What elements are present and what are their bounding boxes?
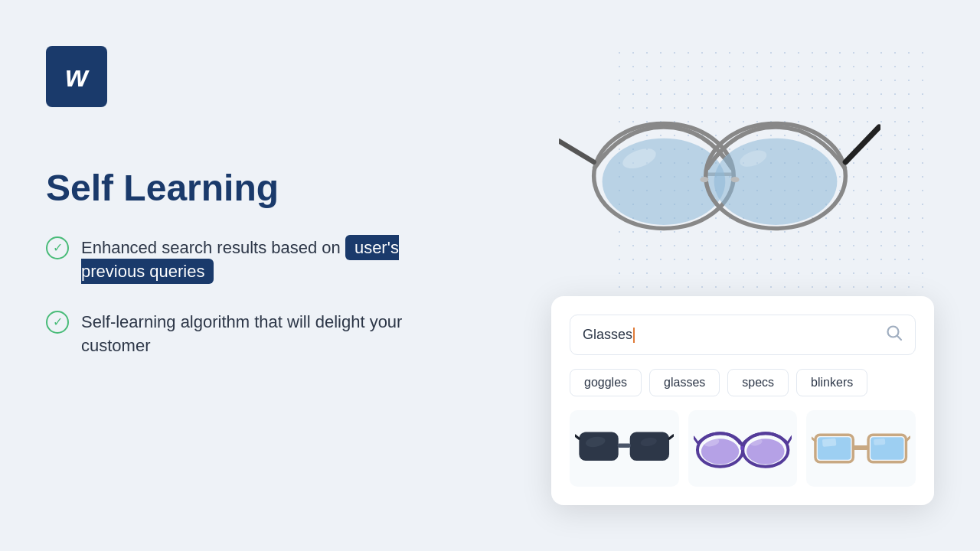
product-image-2 bbox=[694, 418, 792, 479]
tag-blinkers[interactable]: blinkers bbox=[796, 369, 867, 396]
svg-rect-33 bbox=[854, 445, 869, 450]
feature-item-1: ✓ Enhanced search results based on user'… bbox=[46, 236, 467, 284]
feature-text-2: Self-learning algorithm that will deligh… bbox=[81, 311, 467, 358]
svg-rect-15 bbox=[618, 444, 631, 448]
svg-rect-24 bbox=[740, 446, 743, 450]
search-icon[interactable] bbox=[886, 324, 903, 345]
svg-rect-14 bbox=[630, 432, 669, 461]
feature-list: ✓ Enhanced search results based on user'… bbox=[46, 236, 467, 358]
suggestion-tags: goggles glasses specs blinkers bbox=[570, 369, 916, 396]
page-heading: Self Learning bbox=[46, 168, 467, 209]
tag-specs[interactable]: specs bbox=[727, 369, 789, 396]
left-content: Self Learning ✓ Enhanced search results … bbox=[46, 168, 467, 386]
svg-point-7 bbox=[700, 177, 708, 182]
tag-glasses[interactable]: glasses bbox=[649, 369, 720, 396]
check-icon-2: ✓ bbox=[46, 311, 69, 334]
feature-item-2: ✓ Self-learning algorithm that will deli… bbox=[46, 311, 467, 358]
svg-line-6 bbox=[845, 127, 879, 162]
search-query-text: Glasses bbox=[583, 327, 632, 342]
svg-rect-36 bbox=[822, 439, 837, 447]
logo-letter: w bbox=[65, 60, 88, 93]
svg-line-12 bbox=[897, 336, 901, 340]
svg-line-17 bbox=[669, 435, 673, 439]
product-card-2[interactable] bbox=[688, 410, 798, 487]
svg-line-5 bbox=[559, 141, 594, 161]
search-card: Glasses goggles glasses specs blinkers bbox=[551, 296, 934, 505]
feature-text-1: Enhanced search results based on user's … bbox=[81, 236, 467, 284]
product-card-3[interactable] bbox=[806, 410, 916, 487]
product-grid bbox=[570, 410, 916, 487]
product-image-1 bbox=[575, 418, 673, 479]
check-icon-1: ✓ bbox=[46, 236, 69, 259]
search-value: Glasses bbox=[583, 327, 886, 343]
hero-glasses bbox=[536, 69, 903, 283]
svg-line-25 bbox=[694, 437, 697, 442]
svg-rect-37 bbox=[874, 439, 885, 445]
svg-rect-13 bbox=[579, 432, 618, 461]
svg-point-8 bbox=[731, 177, 740, 182]
svg-line-16 bbox=[575, 435, 579, 439]
logo: w bbox=[46, 46, 107, 107]
glasses-illustration bbox=[559, 88, 880, 264]
right-panel: Glasses goggles glasses specs blinkers bbox=[536, 46, 934, 505]
search-bar[interactable]: Glasses bbox=[570, 315, 916, 355]
product-card-1[interactable] bbox=[570, 410, 679, 487]
tag-goggles[interactable]: goggles bbox=[570, 369, 642, 396]
highlight-text: user's previous queries bbox=[81, 235, 399, 284]
text-cursor bbox=[633, 328, 635, 343]
product-image-3 bbox=[812, 418, 910, 479]
svg-line-26 bbox=[788, 436, 792, 442]
